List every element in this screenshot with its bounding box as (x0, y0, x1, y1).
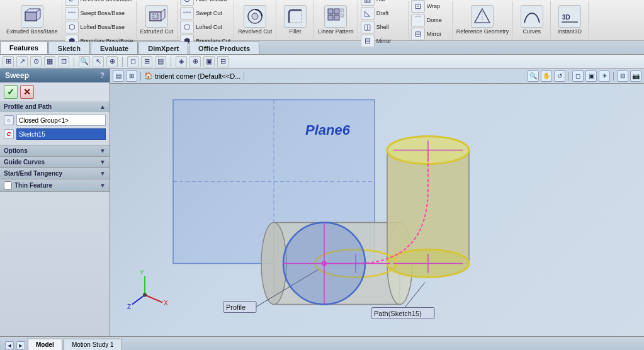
st-icon-10[interactable]: ⊞ (141, 56, 152, 67)
st-icon-6[interactable]: 🔍 (79, 56, 90, 67)
svg-rect-0 (25, 12, 37, 21)
tab-evaluate[interactable]: Evaluate (91, 42, 138, 54)
hole-wizard-icon[interactable]: ⊙ (180, 0, 194, 6)
section-thin-feature-header[interactable]: Thin Feature ▼ (0, 179, 110, 191)
tab-dimxpert[interactable]: DimXpert (138, 42, 188, 54)
shell-icon[interactable]: ◫ (361, 21, 375, 33)
extruded-boss-label: Extruded Boss/Base (6, 29, 58, 35)
tab-features[interactable]: Features (0, 42, 48, 54)
tab-model[interactable]: Model (28, 339, 62, 350)
tab-motion-study[interactable]: Motion Study 1 (64, 339, 122, 350)
path-field-input[interactable] (16, 128, 106, 140)
swept-boss-icon[interactable]: 〰 (65, 7, 79, 20)
fillet-icon[interactable] (284, 5, 307, 28)
lofted-cut-icon[interactable]: ⬡ (180, 21, 194, 33)
revolved-boss-group: ⟳ Revolved Boss/Base (65, 0, 133, 6)
st-icon-2[interactable]: ↗ (16, 56, 28, 67)
st-icon-12[interactable]: ◈ (176, 56, 187, 67)
st-icon-14[interactable]: ▣ (203, 56, 215, 67)
vp-tree-icon[interactable]: ▤ (113, 71, 124, 82)
toolbar-subgroup-wrap: ⊡ Wrap ⌒ Dome ⊟ Mirror (409, 1, 453, 39)
st-icon-8[interactable]: ⊕ (106, 56, 118, 67)
dome-icon[interactable]: ⌒ (411, 14, 425, 26)
vp-camera-icon[interactable]: 📷 (630, 71, 641, 82)
svg-point-7 (252, 13, 258, 20)
vp-display-icon[interactable]: ▣ (585, 71, 597, 82)
main-toolbar: Extruded Boss/Base ⟳ Revolved Boss/Base … (0, 0, 644, 41)
section-thin-feature-toggle[interactable]: ▼ (99, 182, 106, 189)
swept-cut-icon[interactable]: 〰 (180, 7, 194, 20)
toolbar-subgroup-cut: ⊙ Hole Wizard 〰 Swept Cut ⬡ Lofted Cut ⬢… (178, 1, 234, 39)
toolbar-separator-2 (122, 57, 123, 67)
path-field-row: C (4, 128, 106, 140)
section-options-label: Options (4, 147, 28, 154)
mirror-icon[interactable]: ⊟ (361, 35, 375, 47)
extruded-cut-icon[interactable] (145, 5, 168, 28)
svg-point-28 (143, 293, 147, 297)
st-icon-9[interactable]: ◻ (127, 56, 138, 67)
vp-rotate-icon[interactable]: ↺ (554, 71, 565, 82)
section-tangency-header[interactable]: Start/End Tangency ▼ (0, 168, 110, 179)
section-profile-path-toggle[interactable]: ▲ (99, 103, 106, 110)
lofted-boss-icon[interactable]: ⬡ (65, 21, 79, 33)
vp-section-icon[interactable]: ⊟ (617, 71, 628, 82)
mirror2-icon[interactable]: ⊟ (411, 28, 425, 40)
st-icon-13[interactable]: ⊕ (189, 56, 201, 67)
st-icon-3[interactable]: ⊙ (30, 56, 42, 67)
wrap-label: Wrap (427, 3, 440, 9)
linear-pattern-icon[interactable] (324, 5, 347, 28)
section-options: Options ▼ (0, 145, 110, 157)
draft-icon[interactable]: ◺ (361, 7, 375, 20)
left-panel: Sweep ? ✓ ✕ Profile and Path ▲ ○ C (0, 69, 110, 336)
curves-label: Curves (523, 29, 541, 35)
scroll-right-icon[interactable]: ► (16, 341, 25, 350)
profile-field-icon: ○ (4, 115, 14, 125)
section-options-header[interactable]: Options ▼ (0, 145, 110, 156)
section-options-toggle[interactable]: ▼ (99, 147, 106, 154)
profile-field-input[interactable] (16, 115, 106, 126)
vp-tree2-icon[interactable]: ⊞ (126, 71, 137, 82)
vertical-cylinder-body (387, 150, 469, 264)
section-guide-curves-toggle[interactable]: ▼ (99, 159, 106, 166)
reject-button[interactable]: ✕ (20, 85, 34, 99)
viewport[interactable]: ▤ ⊞ 🏠 trident corner (Default<<D... 🔍 ✋ … (110, 69, 644, 336)
st-icon-7[interactable]: ↖ (93, 56, 104, 67)
panel-help-icon[interactable]: ? (100, 71, 105, 80)
tab-office-products[interactable]: Office Products (189, 42, 259, 54)
st-icon-15[interactable]: ⊟ (217, 56, 229, 67)
bottom-tab-bar: ◄ ► Model Motion Study 1 (0, 336, 644, 350)
st-icon-4[interactable]: ▦ (44, 56, 55, 67)
ref-geometry-icon[interactable] (471, 5, 494, 28)
instant3d-icon[interactable]: 3D (558, 5, 581, 28)
vp-light-icon[interactable]: ☀ (599, 71, 610, 82)
section-tangency-toggle[interactable]: ▼ (99, 170, 106, 177)
lofted-cut-label: Lofted Cut (196, 24, 222, 30)
extruded-boss-icon[interactable] (21, 5, 43, 28)
swept-boss-row: 〰 Swept Boss/Base (65, 7, 133, 20)
accept-button[interactable]: ✓ (4, 85, 18, 99)
rib-row: ▥ Rib (361, 0, 405, 6)
st-icon-1[interactable]: ⊞ (3, 56, 14, 67)
curves-icon[interactable] (521, 5, 543, 28)
rib-label: Rib (376, 0, 385, 3)
scroll-left-icon[interactable]: ◄ (5, 341, 14, 350)
st-icon-5[interactable]: ⊡ (58, 56, 69, 67)
tab-sketch[interactable]: Sketch (48, 42, 90, 54)
svg-marker-14 (475, 9, 490, 23)
revolved-boss-icon[interactable]: ⟳ (65, 0, 79, 6)
rib-icon[interactable]: ▥ (361, 0, 375, 6)
section-profile-path-header[interactable]: Profile and Path ▲ (0, 101, 110, 112)
section-guide-curves-header[interactable]: Guide Curves ▼ (0, 157, 110, 167)
revolved-cut-icon[interactable] (244, 5, 266, 28)
linear-pattern-label: Linear Pattern (318, 29, 354, 35)
toolbar-group-linear-pattern: Linear Pattern (314, 1, 358, 39)
vp-pan-icon[interactable]: ✋ (541, 71, 552, 82)
toolbar-group-curves: Curves (513, 1, 551, 39)
svg-line-26 (132, 295, 145, 305)
toolbar-group-extruded-cut: Extruded Cut (137, 1, 178, 39)
thin-feature-checkbox[interactable] (4, 181, 12, 189)
wrap-icon[interactable]: ⊡ (411, 0, 425, 13)
vp-view-icon[interactable]: ◻ (572, 71, 584, 82)
st-icon-11[interactable]: ▤ (155, 56, 166, 67)
vp-zoom-icon[interactable]: 🔍 (528, 71, 539, 82)
